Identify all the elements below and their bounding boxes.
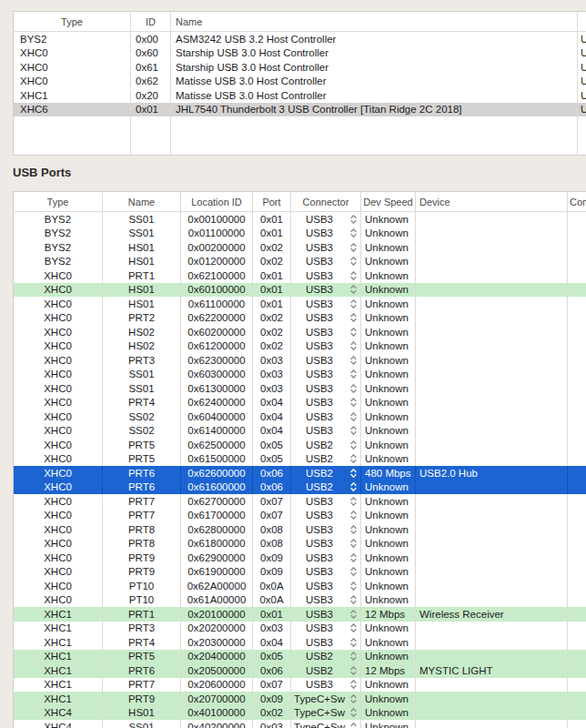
updown-chevrons-icon[interactable]	[350, 214, 357, 224]
usb-port-row[interactable]: XHC0 PT10 0x62A00000 0x0A USB3 Unknown	[14, 579, 586, 593]
port-connector-select[interactable]: USB3	[290, 593, 360, 608]
controller-row[interactable]: XHC0 0x61 Starship USB 3.0 Host Controll…	[14, 60, 586, 75]
controller-row[interactable]: XHC6 0x01 JHL7540 Thunderbolt 3 USB Cont…	[14, 103, 586, 117]
usb-port-row[interactable]: BYS2 HS01 0x01200000 0x02 USB3 Unknown	[14, 255, 586, 269]
controllers-col-id[interactable]: ID	[130, 12, 170, 31]
updown-chevrons-icon[interactable]	[350, 511, 357, 521]
updown-chevrons-icon[interactable]	[350, 454, 357, 464]
ports-col-comment[interactable]: Comment	[567, 192, 586, 211]
usb-port-row[interactable]: XHC1 PRT9 0x20700000 0x09 TypeC+Sw Unkno…	[14, 692, 586, 706]
usb-port-row[interactable]: XHC0 PT10 0x61A00000 0x0A USB3 Unknown	[14, 593, 586, 608]
port-connector-select[interactable]: USB3	[290, 509, 360, 523]
usb-port-row[interactable]: XHC0 PRT6 0x62600000 0x06 USB2 480 Mbps …	[14, 466, 586, 480]
updown-chevrons-icon[interactable]	[350, 623, 357, 633]
updown-chevrons-icon[interactable]	[350, 313, 357, 323]
port-connector-select[interactable]: USB3	[290, 607, 360, 622]
port-connector-select[interactable]: USB3	[290, 381, 360, 396]
usb-port-row[interactable]: XHC0 SS02 0x60400000 0x04 USB3 Unknown	[14, 410, 586, 424]
port-connector-select[interactable]: TypeC+Sw	[290, 692, 360, 706]
usb-port-row[interactable]: XHC0 HS01 0x60100000 0x01 USB3 Unknown	[14, 283, 586, 298]
updown-chevrons-icon[interactable]	[350, 257, 357, 267]
port-connector-select[interactable]: USB2	[290, 480, 360, 495]
ports-col-name[interactable]: Name	[102, 192, 180, 211]
port-connector-select[interactable]: USB3	[290, 240, 360, 255]
usb-port-row[interactable]: XHC0 PRT7 0x61700000 0x07 USB3 Unknown	[14, 509, 586, 523]
port-connector-select[interactable]: USB3	[290, 325, 360, 339]
updown-chevrons-icon[interactable]	[350, 426, 357, 436]
usb-port-row[interactable]: XHC1 PRT5 0x20400000 0x05 USB2 Unknown	[14, 650, 586, 664]
port-connector-select[interactable]: USB3	[290, 212, 360, 227]
port-connector-select[interactable]: USB3	[290, 635, 360, 650]
port-connector-select[interactable]: USB3	[290, 678, 360, 693]
updown-chevrons-icon[interactable]	[350, 637, 357, 647]
ports-col-location-id[interactable]: Location ID	[180, 192, 252, 211]
ports-col-device[interactable]: Device	[415, 192, 567, 211]
port-connector-select[interactable]: USB2	[290, 438, 360, 452]
usb-port-row[interactable]: XHC0 PRT4 0x62400000 0x04 USB3 Unknown	[14, 396, 586, 410]
port-connector-select[interactable]: USB3	[290, 622, 360, 636]
updown-chevrons-icon[interactable]	[350, 440, 357, 450]
port-connector-select[interactable]: USB3	[290, 297, 360, 311]
ports-col-type[interactable]: Type	[14, 192, 102, 211]
updown-chevrons-icon[interactable]	[350, 665, 357, 675]
port-connector-select[interactable]: TypeC+Sw	[290, 706, 360, 721]
updown-chevrons-icon[interactable]	[350, 524, 357, 534]
updown-chevrons-icon[interactable]	[350, 552, 357, 562]
port-connector-select[interactable]: USB3	[290, 227, 360, 241]
usb-port-row[interactable]: XHC0 PRT1 0x62100000 0x01 USB3 Unknown	[14, 268, 586, 283]
updown-chevrons-icon[interactable]	[350, 270, 357, 280]
port-connector-select[interactable]: USB3	[290, 565, 360, 580]
usb-port-row[interactable]: BYS2 SS01 0x01100000 0x01 USB3 Unknown	[14, 227, 586, 241]
port-connector-select[interactable]: USB3	[290, 368, 360, 382]
usb-port-row[interactable]: XHC0 SS01 0x60300000 0x03 USB3 Unknown	[14, 368, 586, 382]
usb-port-row[interactable]: XHC0 PRT5 0x61500000 0x05 USB2 Unknown	[14, 452, 586, 467]
ports-col-connector[interactable]: Connector	[290, 192, 360, 211]
port-connector-select[interactable]: USB2	[290, 663, 360, 678]
updown-chevrons-icon[interactable]	[350, 581, 357, 591]
usb-port-row[interactable]: XHC0 PRT2 0x62200000 0x02 USB3 Unknown	[14, 311, 586, 326]
controllers-col-name[interactable]: Name	[170, 12, 577, 31]
usb-port-row[interactable]: XHC0 PRT9 0x61900000 0x09 USB3 Unknown	[14, 565, 586, 580]
updown-chevrons-icon[interactable]	[350, 242, 357, 252]
usb-port-row[interactable]: XHC0 PRT7 0x62700000 0x07 USB3 Unknown	[14, 494, 586, 509]
updown-chevrons-icon[interactable]	[350, 369, 357, 379]
updown-chevrons-icon[interactable]	[350, 228, 357, 238]
updown-chevrons-icon[interactable]	[350, 285, 357, 295]
usb-port-row[interactable]: XHC1 PRT1 0x20100000 0x01 USB3 12 Mbps W…	[14, 607, 586, 622]
updown-chevrons-icon[interactable]	[350, 327, 357, 337]
usb-port-row[interactable]: XHC0 PRT3 0x62300000 0x03 USB3 Unknown	[14, 353, 586, 368]
port-connector-select[interactable]: USB3	[290, 579, 360, 593]
updown-chevrons-icon[interactable]	[350, 355, 357, 365]
port-connector-select[interactable]: USB2	[290, 650, 360, 664]
updown-chevrons-icon[interactable]	[350, 398, 357, 408]
usb-port-row[interactable]: XHC0 HS01 0x61100000 0x01 USB3 Unknown	[14, 297, 586, 311]
port-connector-select[interactable]: USB3	[290, 424, 360, 439]
updown-chevrons-icon[interactable]	[350, 722, 357, 728]
ports-col-dev-speed[interactable]: Dev Speed	[360, 192, 415, 211]
port-connector-select[interactable]: USB3	[290, 353, 360, 368]
controller-row[interactable]: BYS2 0x00 ASM3242 USB 3.2 Host Controlle…	[14, 32, 586, 46]
port-connector-select[interactable]: USB3	[290, 396, 360, 410]
usb-port-row[interactable]: XHC0 HS02 0x61200000 0x02 USB3 Unknown	[14, 339, 586, 354]
updown-chevrons-icon[interactable]	[350, 595, 357, 605]
controller-row[interactable]: XHC1 0x20 Matisse USB 3.0 Host Controlle…	[14, 88, 586, 103]
usb-port-row[interactable]: XHC0 PRT6 0x61600000 0x06 USB2 Unknown	[14, 480, 586, 495]
port-connector-select[interactable]: USB3	[290, 255, 360, 269]
updown-chevrons-icon[interactable]	[350, 341, 357, 351]
usb-port-row[interactable]: XHC4 SS01 0x40200000 0x03 TypeC+Sw Unkno…	[14, 720, 586, 728]
port-connector-select[interactable]: TypeC+Sw	[290, 720, 360, 728]
usb-port-row[interactable]: XHC0 SS02 0x61400000 0x04 USB3 Unknown	[14, 424, 586, 439]
controller-row[interactable]: XHC0 0x62 Matisse USB 3.0 Host Controlle…	[14, 75, 586, 89]
updown-chevrons-icon[interactable]	[350, 680, 357, 690]
controller-row[interactable]: XHC0 0x60 Starship USB 3.0 Host Controll…	[14, 46, 586, 61]
updown-chevrons-icon[interactable]	[350, 708, 357, 718]
usb-port-row[interactable]: XHC1 PRT6 0x20500000 0x06 USB2 12 Mbps M…	[14, 663, 586, 678]
usb-port-row[interactable]: XHC1 PRT3 0x20200000 0x03 USB3 Unknown	[14, 622, 586, 636]
usb-port-row[interactable]: XHC0 PRT8 0x61800000 0x08 USB3 Unknown	[14, 537, 586, 551]
port-connector-select[interactable]: USB3	[290, 311, 360, 326]
port-connector-select[interactable]: USB3	[290, 537, 360, 551]
updown-chevrons-icon[interactable]	[350, 383, 357, 393]
port-connector-select[interactable]: USB2	[290, 452, 360, 467]
updown-chevrons-icon[interactable]	[350, 298, 357, 308]
updown-chevrons-icon[interactable]	[350, 652, 357, 662]
